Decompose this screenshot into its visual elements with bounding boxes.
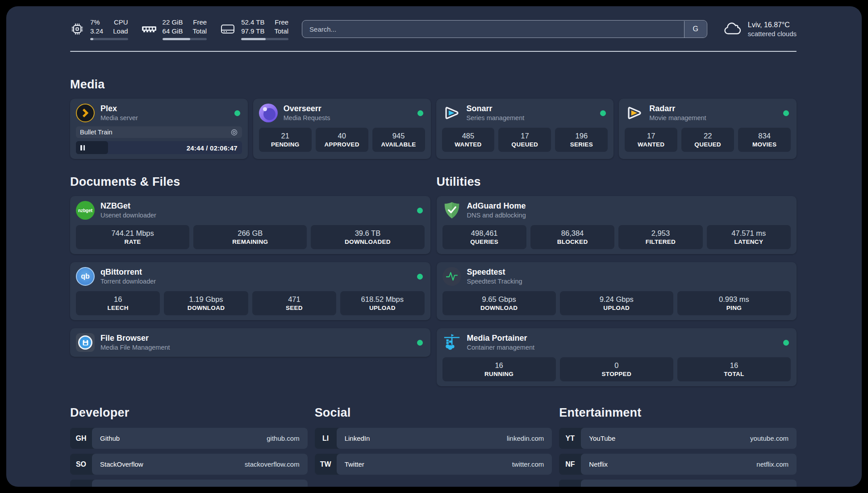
dev-abbr: DT — [70, 480, 92, 487]
bookmarks-social: Social LI LinkedIn linkedin.com TW Twitt… — [315, 406, 552, 487]
cpu-progressbar — [90, 38, 128, 40]
github-name: Github — [100, 435, 120, 442]
section-utilities: Utilities AdGuard Home — [437, 175, 797, 386]
stat-running: 16 RUNNING — [442, 357, 556, 381]
cpu-widget: 7% 3.24 CPU Load — [70, 18, 128, 40]
stat-queued: 22 QUEUED — [681, 128, 734, 152]
playback-progressbar: 24:44 / 02:06:47 — [76, 141, 242, 154]
stat-rate: 744.21 Mbps RATE — [76, 225, 189, 249]
overseerr-status-dot — [417, 110, 423, 116]
radarr-card[interactable]: Radarr Movie management 17 WANTED 22 QUE… — [619, 99, 797, 159]
now-playing-title: Bullet Train — [80, 129, 113, 136]
stat-queued: 17 QUEUED — [498, 128, 551, 152]
overseerr-icon — [259, 104, 278, 122]
speedtest-card[interactable]: Speedtest Speedtest Tracking 9.65 Gbps D… — [437, 262, 797, 320]
adguard-card[interactable]: AdGuard Home DNS and adblocking 498,461 … — [437, 196, 797, 254]
sonarr-card[interactable]: Sonarr Series management 485 WANTED 17 Q… — [436, 99, 614, 159]
dashboard-panel: 7% 3.24 CPU Load — [6, 6, 862, 487]
nzbget-card[interactable]: nzbget NZBGet Usenet downloader 744.21 M… — [70, 196, 430, 254]
qbittorrent-status-dot — [417, 274, 423, 280]
plex-icon — [76, 104, 95, 122]
nzbget-name: NZBGet — [100, 201, 156, 211]
radarr-name: Radarr — [649, 104, 706, 114]
bookmarks-developer: Developer GH Github github.com SO StackO… — [70, 406, 308, 487]
stackoverflow-name: StackOverflow — [100, 460, 143, 468]
cpu-load-value: 3.24 — [90, 27, 103, 36]
stat-upload: 618.52 Mbps UPLOAD — [340, 291, 424, 315]
stat-remaining: 266 GB REMAINING — [193, 225, 307, 249]
bookmark-stackoverflow[interactable]: SO StackOverflow stackoverflow.com — [70, 454, 308, 475]
youtube-name: YouTube — [589, 435, 615, 442]
bookmark-netflix[interactable]: NF Netflix netflix.com — [559, 454, 797, 475]
nzbget-icon: nzbget — [76, 201, 95, 220]
portainer-subtitle: Container management — [467, 343, 535, 352]
qbittorrent-subtitle: Torrent downloader — [100, 277, 156, 286]
linkedin-domain: linkedin.com — [507, 435, 544, 442]
adguard-icon — [442, 201, 461, 220]
dev-name: DEV — [100, 486, 114, 487]
plex-card[interactable]: Plex Media server Bullet Train — [70, 99, 248, 159]
filebrowser-card[interactable]: File Browser Media File Management — [70, 328, 430, 357]
documents-section-title: Documents & Files — [70, 175, 430, 189]
portainer-card[interactable]: Media Portainer Container management 16 … — [437, 328, 797, 386]
disk-free-value: 52.4 TB — [241, 18, 264, 27]
stat-pending: 21 PENDING — [259, 128, 312, 152]
adguard-name: AdGuard Home — [467, 201, 526, 211]
plex-subtitle: Media server — [100, 114, 138, 122]
memory-progressbar — [163, 38, 207, 40]
disk-free-label: Free — [275, 18, 288, 27]
search-container: G — [302, 20, 707, 38]
stat-leech: 16 LEECH — [76, 291, 160, 315]
stat-downloaded: 39.6 TB DOWNLOADED — [311, 225, 424, 249]
bookmark-linkedin[interactable]: LI LinkedIn linkedin.com — [315, 428, 552, 449]
memory-widget: 22 GiB 64 GiB Free Total — [142, 18, 207, 40]
reddit-domain: reddit.com — [757, 486, 789, 487]
qbittorrent-card[interactable]: qb qBittorrent Torrent downloader 16 LEE… — [70, 262, 430, 320]
bookmark-reddit[interactable]: RE Reddit reddit.com — [559, 480, 797, 487]
bookmark-youtube[interactable]: YT YouTube youtube.com — [559, 428, 797, 449]
developer-section-title: Developer — [70, 406, 308, 420]
stat-total: 16 TOTAL — [677, 357, 791, 381]
overseerr-name: Overseerr — [284, 104, 330, 114]
memory-total-label: Total — [192, 27, 207, 36]
search-input[interactable] — [302, 20, 707, 38]
twitter-abbr: TW — [315, 454, 337, 475]
sonarr-name: Sonarr — [467, 104, 525, 114]
memory-free-value: 22 GiB — [163, 18, 183, 27]
disk-widget: 52.4 TB 97.9 TB Free Total — [220, 18, 288, 40]
plex-name: Plex — [100, 104, 138, 114]
linkedin-name: LinkedIn — [345, 435, 370, 442]
twitter-name: Twitter — [345, 460, 364, 468]
cpu-load-label: Load — [113, 27, 128, 36]
stat-filtered: 2,953 FILTERED — [618, 225, 702, 249]
disk-total-value: 97.9 TB — [241, 27, 264, 36]
search-engine-button[interactable]: G — [684, 21, 706, 38]
netflix-name: Netflix — [589, 460, 608, 468]
cpu-usage: 7% — [90, 18, 103, 27]
overseerr-card[interactable]: Overseerr Media Requests 21 PENDING 40 A… — [253, 99, 431, 159]
utilities-section-title: Utilities — [437, 175, 797, 189]
bookmark-github[interactable]: GH Github github.com — [70, 428, 308, 449]
weather-widget: Lviv, 16.87°C scattered clouds — [723, 20, 797, 38]
stackoverflow-domain: stackoverflow.com — [245, 460, 300, 468]
disk-progressbar — [241, 38, 288, 40]
media-section-title: Media — [70, 78, 797, 92]
filebrowser-icon — [76, 333, 95, 352]
bookmark-dev[interactable]: DT DEV dev.to — [70, 480, 308, 487]
stat-stopped: 0 STOPPED — [560, 357, 673, 381]
stat-available: 945 AVAILABLE — [372, 128, 425, 152]
cloud-icon — [723, 21, 742, 37]
stat-series: 196 SERIES — [555, 128, 608, 152]
stat-ping: 0.993 ms PING — [677, 291, 791, 315]
social-section-title: Social — [315, 406, 552, 420]
github-abbr: GH — [70, 428, 92, 449]
stat-download: 1.19 Gbps DOWNLOAD — [164, 291, 248, 315]
youtube-abbr: YT — [559, 428, 581, 449]
stackoverflow-abbr: SO — [70, 454, 92, 475]
bookmarks-entertainment: Entertainment YT YouTube youtube.com NF … — [559, 406, 797, 487]
netflix-abbr: NF — [559, 454, 581, 475]
nzbget-status-dot — [417, 208, 423, 213]
stat-approved: 40 APPROVED — [316, 128, 368, 152]
bookmark-twitter[interactable]: TW Twitter twitter.com — [315, 454, 552, 475]
filebrowser-status-dot — [417, 340, 423, 346]
